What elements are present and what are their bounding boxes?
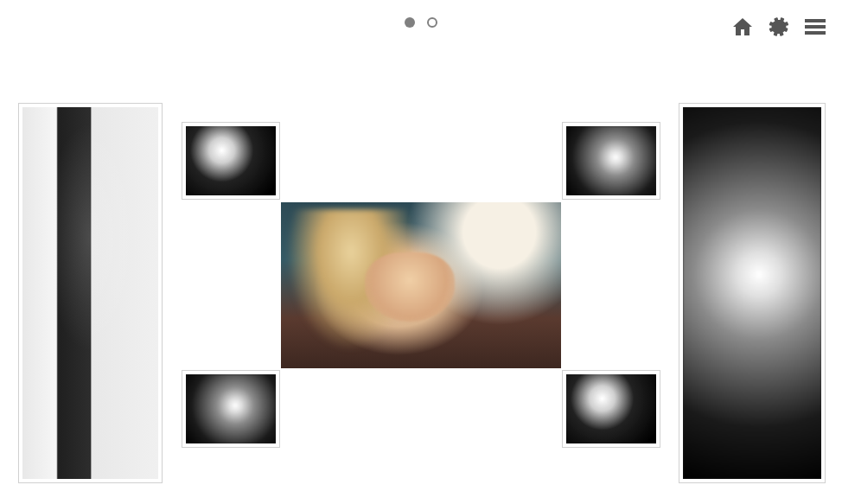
photo-placeholder — [22, 107, 158, 479]
photo-placeholder — [186, 126, 276, 195]
gallery-stage — [0, 52, 842, 504]
home-icon[interactable] — [731, 16, 754, 37]
page-dot-2[interactable] — [427, 17, 437, 28]
top-nav — [731, 16, 826, 38]
gallery-thumb-bottom-left[interactable] — [182, 371, 279, 447]
gallery-thumb-big-right[interactable] — [679, 104, 825, 482]
gallery-thumb-top-right[interactable] — [563, 123, 660, 199]
photo-placeholder — [566, 374, 656, 443]
gear-icon[interactable] — [768, 16, 790, 38]
page-dot-1[interactable] — [405, 17, 415, 28]
gallery-thumb-bottom-right[interactable] — [563, 371, 660, 447]
svg-rect-2 — [805, 31, 826, 35]
gallery-thumb-top-left[interactable] — [182, 123, 279, 199]
gallery-thumb-center[interactable] — [281, 202, 561, 368]
gallery-thumb-big-left[interactable] — [19, 104, 162, 482]
top-bar — [0, 0, 842, 52]
photo-placeholder — [566, 126, 656, 195]
photo-placeholder — [186, 374, 276, 443]
svg-rect-1 — [805, 25, 826, 29]
menu-icon[interactable] — [804, 17, 826, 36]
photo-placeholder — [683, 107, 821, 479]
svg-rect-0 — [805, 19, 826, 22]
pagination-dots — [405, 17, 437, 28]
photo-placeholder — [281, 202, 561, 368]
